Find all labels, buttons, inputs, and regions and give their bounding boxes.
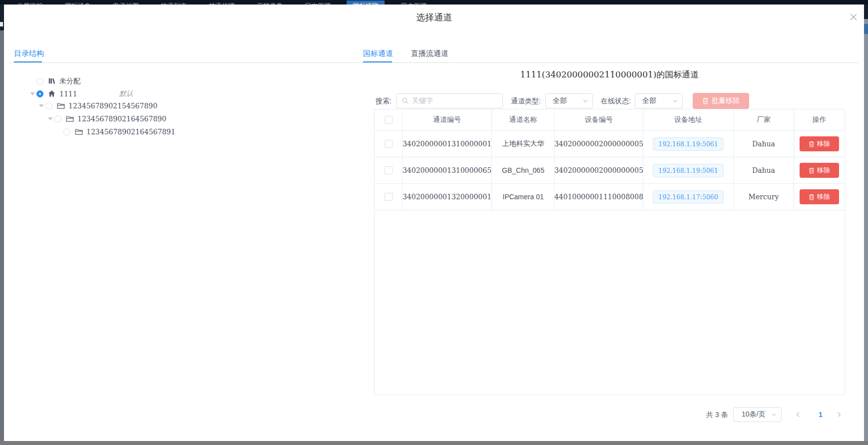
device-address-tag: 192.168.1.19:5061 [653, 137, 724, 151]
tree-node-label: 12345678902164567890 [77, 115, 166, 123]
search-input[interactable]: 关键字 [396, 93, 503, 108]
batch-remove-label: 批量移除 [712, 96, 740, 105]
home-icon [48, 90, 56, 98]
search-placeholder: 关键字 [412, 96, 433, 105]
search-label: 搜索: [376, 93, 392, 108]
channel-type-select[interactable]: 全部 [545, 93, 593, 108]
tree-arrow-placeholder [28, 77, 36, 85]
next-page-button[interactable] [832, 407, 846, 422]
cell-actions: 移除 [794, 157, 845, 184]
pagination-total: 共 3 条 [706, 407, 728, 422]
chevron-left-icon [795, 412, 801, 418]
channel-table: 通道编号通道名称设备编号设备地址厂家操作34020000001310000001… [374, 109, 845, 395]
nav-item[interactable]: 拉流代理 [203, 0, 241, 4]
tree-expand-arrow-icon[interactable] [28, 90, 36, 98]
tree-node-label: 1111 [59, 90, 77, 98]
tree-node-label: 12345678902154567890 [68, 102, 157, 110]
tree-expand-arrow-icon[interactable] [37, 102, 45, 110]
cell-device-address: 192.168.1.19:5061 [643, 157, 734, 184]
row-checkbox[interactable] [385, 166, 393, 174]
cell-actions: 移除 [794, 184, 845, 210]
cell-device-address: 192.168.1.19:5061 [643, 131, 734, 157]
chevron-right-icon [836, 412, 842, 418]
channel-type-label: 通道类型: [511, 93, 541, 108]
backdrop-left-edge [0, 4, 4, 441]
tab-livestream-channel[interactable]: 直播流通道 [411, 49, 448, 58]
channel-type-value: 全部 [553, 96, 567, 105]
tab-gb-channel[interactable]: 国标通道 [363, 49, 393, 58]
tree-radio[interactable] [36, 90, 43, 97]
cell-vendor: Mercury [734, 184, 794, 210]
close-button[interactable] [848, 11, 860, 23]
cell-channel-id: 34020000001310000065 [403, 157, 492, 184]
tree-node-label: 未分配 [59, 77, 80, 86]
remove-button[interactable]: 移除 [800, 163, 839, 178]
remove-label: 移除 [817, 139, 830, 148]
row-checkbox[interactable] [385, 193, 393, 201]
tree-node-default-tag: 默认 [119, 89, 133, 98]
cell-vendor: Dahua [734, 131, 794, 157]
tree-node-12345678902164567891[interactable]: 12345678902164567891 [55, 125, 175, 138]
nav-item[interactable]: 国标设备 [59, 0, 97, 4]
nav-item[interactable]: 分屏监控 [11, 0, 49, 4]
trash-icon [809, 141, 815, 147]
page-number-1[interactable]: 1 [814, 407, 828, 422]
batch-remove-button[interactable]: 批量移除 [693, 93, 749, 109]
device-address-tag: 192.168.1.17:5060 [653, 190, 724, 204]
tree-node-12345678902164567890[interactable]: 12345678902164567890 [46, 112, 166, 125]
row-checkbox-cell [375, 157, 403, 184]
cell-device-id: 34020000002000000005 [555, 157, 643, 184]
left-tab-border [9, 62, 354, 63]
search-icon [402, 97, 409, 104]
backdrop-left-dark [0, 4, 4, 30]
backdrop-right-edge [864, 4, 868, 441]
nav-item[interactable]: 云端录像 [251, 0, 289, 4]
tree-node-12345678902154567890[interactable]: 12345678902154567890 [37, 99, 157, 112]
tab-directory-structure[interactable]: 目录结构 [14, 49, 44, 58]
remove-label: 移除 [817, 166, 830, 175]
cell-vendor: Dahua [734, 157, 794, 184]
nav-item[interactable]: 国标级联 [347, 0, 385, 4]
tree-radio[interactable] [63, 128, 70, 135]
tree-arrow-placeholder [55, 128, 63, 136]
library-icon [48, 77, 56, 85]
column-header: 操作 [794, 109, 845, 131]
tree-expand-arrow-icon[interactable] [46, 115, 54, 123]
backdrop-left-mark [0, 22, 3, 26]
tree-node-1111[interactable]: 1111默认 [28, 87, 133, 100]
nav-item[interactable]: 用户管理 [395, 0, 433, 4]
top-navbar: 分屏监控国标设备电子地图推流列表拉流代理云端录像日志管理国标级联用户管理 [0, 0, 868, 4]
online-status-label: 在线状态: [601, 93, 631, 108]
trash-icon [809, 194, 815, 200]
cell-channel-name: IPCamera 01 [492, 184, 555, 210]
row-checkbox-cell [375, 184, 403, 210]
column-header: 设备地址 [643, 109, 734, 131]
trash-icon [702, 97, 709, 104]
tree-node-未分配[interactable]: 未分配 [28, 75, 80, 87]
row-checkbox[interactable] [385, 140, 393, 148]
backdrop-right-blue [864, 24, 868, 34]
cell-device-id: 34020000002000000005 [555, 131, 643, 157]
remove-label: 移除 [817, 192, 830, 201]
remove-button[interactable]: 移除 [800, 136, 839, 151]
chevron-down-icon [672, 98, 678, 104]
nav-item[interactable]: 日志管理 [299, 0, 337, 4]
folder-icon [57, 102, 65, 110]
chevron-down-icon [771, 412, 777, 418]
folder-icon [75, 128, 83, 136]
remove-button[interactable]: 移除 [800, 189, 839, 204]
tree-radio[interactable] [36, 78, 43, 85]
tree-node-label: 12345678902164567891 [86, 128, 175, 136]
prev-page-button[interactable] [791, 407, 805, 422]
column-header: 通道编号 [403, 109, 492, 131]
tree-radio[interactable] [54, 115, 61, 122]
page-size-select[interactable]: 10条/页 [733, 407, 782, 422]
nav-item[interactable]: 推流列表 [155, 0, 193, 4]
online-status-select[interactable]: 全部 [635, 93, 683, 108]
chevron-down-icon [582, 98, 588, 104]
select-all-checkbox[interactable] [385, 116, 393, 124]
close-icon [850, 13, 857, 20]
tree-radio[interactable] [45, 102, 52, 109]
nav-item[interactable]: 电子地图 [107, 0, 145, 4]
cell-channel-id: 34020000001320000001 [403, 184, 492, 210]
